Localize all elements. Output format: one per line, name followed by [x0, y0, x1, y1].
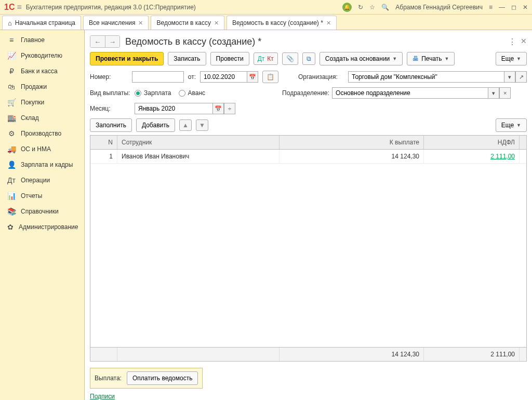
radio-salary[interactable]: Зарплата [135, 89, 171, 97]
sidebar-item-manager[interactable]: 📈Руководителю [0, 48, 84, 63]
chevron-down-icon[interactable]: ▾ [488, 87, 499, 99]
related-button[interactable]: ⧉ [302, 52, 315, 65]
content: ← → Ведомость в кассу (создание) * ⋮ ✕ П… [85, 30, 532, 400]
table-more-button[interactable]: Еще ▼ [496, 118, 527, 132]
add-button[interactable]: Добавить [136, 118, 175, 132]
sidebar-item-label: Руководителю [21, 52, 62, 59]
toolbar: Провести и закрыть Записать Провести ДтК… [90, 52, 527, 65]
signatures-link[interactable]: Подписи [90, 393, 115, 400]
kebab-icon[interactable]: ⋮ [508, 37, 516, 47]
window-close-icon[interactable]: ✕ [523, 4, 528, 11]
search-icon[interactable]: 🔍 [381, 4, 389, 11]
tab-row: ⌂ Начальная страница Все начисления ✕ Ве… [0, 15, 532, 30]
home-icon: ≡ [7, 36, 16, 44]
chevron-down-icon[interactable]: ▾ [504, 71, 515, 83]
sidebar-item-warehouse[interactable]: 🏬Склад [0, 110, 84, 126]
pay-button[interactable]: Оплатить ведомость [127, 371, 198, 385]
grid-footer: 14 124,30 2 111,00 [90, 347, 526, 361]
tab-payrolls-cash[interactable]: Ведомости в кассу ✕ [151, 16, 224, 30]
sidebar-item-reports[interactable]: 📊Отчеты [0, 188, 84, 204]
star-icon[interactable]: ☆ [369, 4, 375, 11]
cell-ndfl[interactable]: 2 111,00 [424, 150, 520, 163]
window-minimize-icon[interactable]: — [499, 4, 505, 11]
foot-amount: 14 124,30 [280, 348, 424, 361]
post-button[interactable]: Провести [210, 52, 249, 65]
sidebar-item-label: Главное [21, 36, 45, 44]
write-button[interactable]: Записать [168, 52, 206, 65]
username[interactable]: Абрамов Геннадий Сергеевич [395, 4, 483, 11]
sidebar-item-salary[interactable]: 👤Зарплата и кадры [0, 157, 84, 172]
attach-button[interactable]: 📎 [282, 52, 298, 65]
sidebar-item-sales[interactable]: 🛍Продажи [0, 79, 84, 95]
org-input[interactable] [348, 71, 504, 83]
payment-type-label: Вид выплаты: [90, 89, 130, 97]
settings-lines-icon[interactable]: ≡ [489, 4, 493, 11]
close-icon[interactable]: ✕ [138, 20, 143, 26]
foot-ndfl: 2 111,00 [424, 348, 520, 361]
cell-amount: 14 124,30 [280, 150, 424, 163]
radio-icon [135, 90, 141, 97]
sidebar-item-assets[interactable]: 🚚ОС и НМА [0, 141, 84, 157]
close-page-icon[interactable]: ✕ [521, 37, 527, 47]
bell-icon[interactable]: 🔔 [342, 3, 352, 12]
tab-label: Все начисления [89, 19, 136, 26]
sidebar-item-catalogs[interactable]: 📚Справочники [0, 204, 84, 219]
col-employee[interactable]: Сотрудник [117, 136, 280, 149]
spinner-icon[interactable]: ÷ [224, 103, 235, 114]
sidebar-item-operations[interactable]: ДтОперации [0, 172, 84, 188]
tab-home[interactable]: ⌂ Начальная страница [2, 16, 81, 30]
fill-button[interactable]: Заполнить [90, 118, 132, 132]
home-icon: ⌂ [8, 19, 12, 27]
nav-forward-button[interactable]: → [105, 36, 119, 47]
cell-n: 1 [90, 150, 117, 163]
col-amount[interactable]: К выплате [280, 136, 424, 149]
close-icon[interactable]: ✕ [214, 20, 219, 26]
close-icon[interactable]: ✕ [326, 20, 331, 26]
open-icon[interactable]: ↗ [515, 71, 527, 83]
attach-form-button[interactable]: 📋 [262, 71, 278, 83]
sidebar-item-production[interactable]: ⚙Производство [0, 126, 84, 141]
window-restore-icon[interactable]: ◻ [511, 4, 516, 11]
tab-payroll-create[interactable]: Ведомость в кассу (создание) * ✕ [227, 16, 337, 30]
grid-body[interactable]: 1 Иванов Иван Иванович 14 124,30 2 111,0… [90, 150, 526, 347]
nav-back-button[interactable]: ← [90, 36, 105, 47]
table-row[interactable]: 1 Иванов Иван Иванович 14 124,30 2 111,0… [90, 150, 526, 164]
department-label: Подразделение: [282, 89, 328, 97]
sidebar-item-admin[interactable]: ✿Администрирование [0, 219, 84, 235]
sidebar: ≡Главное 📈Руководителю ₽Банк и касса 🛍Пр… [0, 30, 85, 400]
col-ndfl[interactable]: НДФЛ [424, 136, 520, 149]
clear-icon[interactable]: × [499, 87, 511, 99]
number-label: Номер: [90, 73, 128, 81]
sidebar-item-bank[interactable]: ₽Банк и касса [0, 63, 84, 79]
print-button[interactable]: 🖶 Печать ▼ [407, 52, 455, 65]
payout-box: Выплата: Оплатить ведомость [90, 368, 203, 389]
date-input[interactable] [200, 71, 247, 83]
warehouse-icon: 🏬 [7, 114, 16, 122]
radio-icon [179, 90, 185, 97]
move-down-button[interactable]: ▼ [196, 119, 208, 131]
move-up-button[interactable]: ▲ [179, 119, 192, 131]
table-toolbar: Заполнить Добавить ▲ ▼ Еще ▼ [90, 118, 527, 132]
sidebar-item-label: Операции [21, 177, 50, 184]
tab-all-accruals[interactable]: Все начисления ✕ [83, 16, 149, 30]
tab-label: Начальная страница [15, 19, 75, 26]
calendar-icon[interactable]: 📅 [247, 71, 258, 83]
sidebar-item-label: Отчеты [21, 192, 42, 199]
cog-icon: ✿ [7, 223, 14, 231]
department-input[interactable] [332, 87, 488, 99]
history-icon[interactable]: ↻ [358, 4, 363, 11]
more-button[interactable]: Еще ▼ [496, 52, 527, 65]
dt-kt-button[interactable]: ДтКт [254, 52, 278, 65]
number-input[interactable] [132, 71, 184, 83]
sidebar-item-label: Продажи [21, 83, 47, 90]
create-based-button[interactable]: Создать на основании ▼ [320, 52, 403, 65]
calendar-icon[interactable]: 📅 [212, 103, 224, 114]
col-n[interactable]: N [90, 136, 117, 149]
month-input[interactable] [135, 103, 212, 114]
radio-advance[interactable]: Аванс [179, 89, 206, 97]
sidebar-item-purchases[interactable]: 🛒Покупки [0, 95, 84, 110]
sidebar-item-main[interactable]: ≡Главное [0, 32, 84, 48]
books-icon: 📚 [7, 207, 16, 216]
main-menu-icon[interactable]: ≡ [17, 3, 21, 12]
post-and-close-button[interactable]: Провести и закрыть [90, 52, 164, 65]
